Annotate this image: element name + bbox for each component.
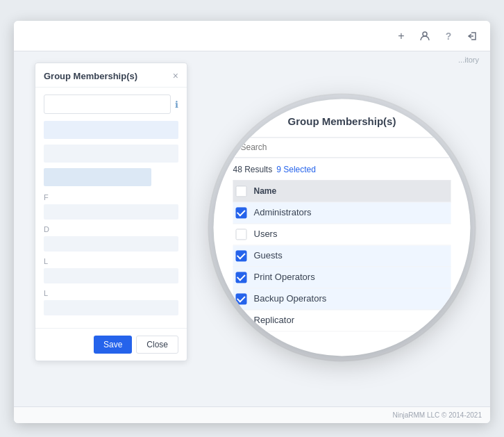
results-count: 48 Results [233,165,273,174]
help-icon[interactable]: ? [442,29,455,43]
group-membership-modal: Group Membership(s) 48 Results 9 Selecte… [214,99,471,356]
checkbox-users[interactable] [236,229,247,240]
app-footer: NinjaRMM LLC © 2014-2021 [14,406,490,423]
list-item[interactable]: Backup Operators [233,288,451,310]
checkbox-print-operators[interactable] [236,272,247,283]
save-button[interactable]: Save [94,336,132,354]
bg-label-f: F [44,193,178,220]
bg-panel-body: ℹ F D L L [35,88,187,328]
list-item[interactable]: Replicator [233,310,451,331]
results-selected: 9 Selected [276,165,316,174]
svg-point-0 [423,32,427,36]
bg-panel-input[interactable] [44,94,171,114]
bg-panel-close-icon[interactable]: × [173,70,178,81]
list-item[interactable]: Guests [233,245,451,267]
close-button[interactable]: Close [136,336,178,354]
list-item[interactable]: Print Operators [233,267,451,288]
breadcrumb: ...itory [458,56,479,64]
placeholder-row-3 [44,168,151,186]
checkbox-administrators[interactable] [236,207,247,218]
placeholder-row-1 [44,121,178,139]
toolbar: + ? [14,21,490,51]
group-list-header: Name [233,180,451,202]
bg-panel-title: Group Membership(s) [44,71,137,81]
app-window: + ? ...itory Group Membership(s) × ℹ [14,21,490,423]
checkbox-backup-operators[interactable] [236,293,247,304]
logout-icon[interactable] [465,29,479,43]
checkbox-guests[interactable] [236,250,247,261]
bg-label-d: D [44,225,178,252]
list-item[interactable]: Users [233,224,451,245]
background-panel: Group Membership(s) × ℹ F D L [35,63,187,361]
user-icon[interactable] [418,29,432,43]
bg-label-l2: L [44,289,178,315]
list-item[interactable]: Administrators [233,202,451,224]
placeholder-row-2 [44,145,178,163]
copyright-text: NinjaRMM LLC © 2014-2021 [392,411,482,419]
bg-label-l1: L [44,257,178,283]
results-summary: 48 Results 9 Selected [233,165,451,174]
header-checkbox[interactable] [236,185,247,197]
add-icon[interactable]: + [394,29,408,43]
search-input[interactable] [233,137,451,158]
group-list: Name Administrators Users Guests [233,180,451,331]
bg-panel-header: Group Membership(s) × [35,63,187,88]
modal-inner: Group Membership(s) 48 Results 9 Selecte… [214,99,471,356]
bg-input-row: ℹ [44,94,178,114]
bg-panel-footer: Save Close [35,328,187,361]
info-icon: ℹ [175,99,178,110]
